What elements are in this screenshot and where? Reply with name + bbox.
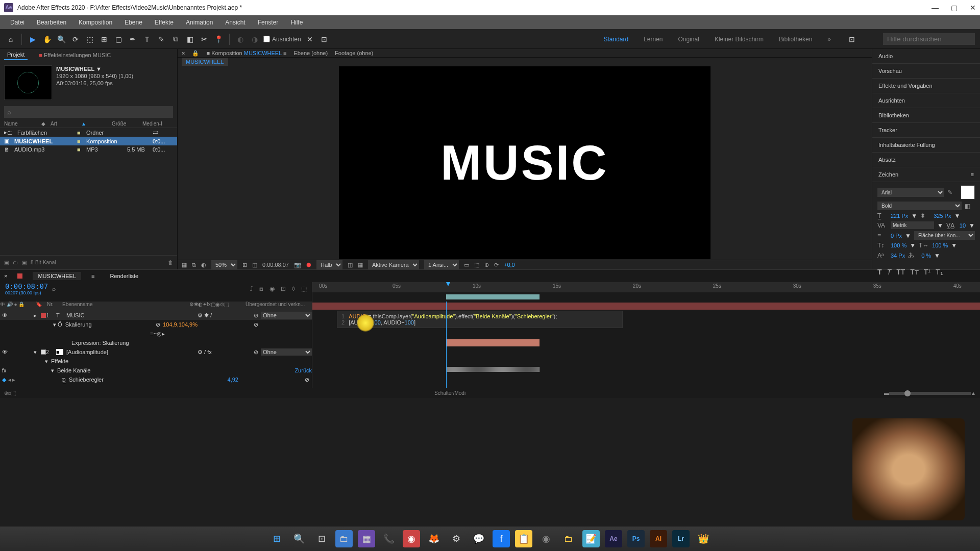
viewer-timecode[interactable]: 0:00:08:07 bbox=[262, 262, 289, 268]
workspace-bibliotheken[interactable]: Bibliotheken bbox=[779, 36, 812, 43]
viewer-grid-icon[interactable]: ⊞ bbox=[242, 262, 247, 268]
keyframe-bar[interactable] bbox=[446, 367, 540, 372]
obs-icon[interactable]: ◉ bbox=[537, 530, 555, 547]
snap-icon[interactable]: ✕ bbox=[304, 34, 315, 45]
tab-composition[interactable]: ■ Komposition MUSICWHEEL ≡ bbox=[206, 50, 286, 56]
tl-frameblend-icon[interactable]: ⧈ bbox=[259, 285, 263, 292]
prop-schieberegler[interactable]: ◆◂▸ ⊙̲ Schieberegler 4,92 ⊘ bbox=[0, 375, 312, 384]
viewer-icon-7[interactable]: ⟳ bbox=[494, 262, 499, 268]
stroke-swatch-icon[interactable]: ◧ bbox=[965, 203, 975, 210]
layer2-bar[interactable] bbox=[446, 339, 540, 346]
playhead[interactable] bbox=[446, 282, 450, 286]
panel-effekte[interactable]: Effekte und Vorgaben bbox=[872, 79, 980, 93]
font-style-dropdown[interactable]: Bold bbox=[877, 202, 962, 210]
tab-projekt[interactable]: Projekt bbox=[4, 50, 28, 60]
viewer-icon-4[interactable]: ▭ bbox=[464, 262, 469, 268]
firefox-icon[interactable]: 🦊 bbox=[425, 530, 443, 547]
app-icon-5[interactable]: 👑 bbox=[695, 530, 712, 547]
stroke-mode-dropdown[interactable]: Fläche über Kon... bbox=[914, 231, 975, 240]
tl-graph-icon[interactable]: ⊡ bbox=[281, 285, 286, 292]
facebook-icon[interactable]: f bbox=[493, 530, 510, 547]
ae-taskbar-icon[interactable]: Ae bbox=[605, 530, 622, 547]
prop-effekte[interactable]: ▾ Effekte bbox=[0, 357, 312, 366]
viewer-icon-5[interactable]: ⬚ bbox=[474, 262, 479, 268]
comp-breadcrumb[interactable]: MUSICWHEEL bbox=[178, 58, 872, 66]
menu-hilfe[interactable]: Hilfe bbox=[284, 15, 309, 30]
viewer-mask-icon[interactable]: ◫ bbox=[252, 262, 257, 268]
text-tool-icon[interactable]: T bbox=[141, 34, 153, 45]
viewer-icon-6[interactable]: ⊕ bbox=[484, 262, 489, 268]
panel-audio[interactable]: Audio bbox=[872, 49, 980, 64]
pen-tool-icon[interactable]: ✒ bbox=[127, 34, 138, 45]
col-size[interactable]: Größe bbox=[112, 121, 142, 127]
slider-value[interactable]: 4,92 bbox=[228, 377, 238, 383]
project-item-folder[interactable]: ▸ 🗀 Farbflächen ■ Ordner ⮂ bbox=[0, 128, 177, 137]
mode-icon-1[interactable]: ◐ bbox=[235, 34, 246, 45]
tl-zoom-in-icon[interactable]: ▲ bbox=[971, 390, 976, 396]
tracking-value[interactable]: 10 bbox=[960, 222, 966, 229]
schalter-modi-button[interactable]: Schalter/Modi bbox=[434, 390, 465, 396]
font-size-value[interactable]: 221 Px bbox=[891, 213, 908, 219]
workspace-more[interactable]: » bbox=[827, 36, 831, 43]
zoom-tool-icon[interactable]: 🔍 bbox=[56, 34, 67, 45]
rotate-tool-icon[interactable]: ⟳ bbox=[70, 34, 81, 45]
stroke-width-value[interactable]: 0 Px bbox=[891, 233, 902, 239]
menu-effekte[interactable]: Effekte bbox=[149, 15, 180, 30]
views-dropdown[interactable]: 1 Ansi... bbox=[424, 260, 459, 269]
expr-lang-icon[interactable]: ▸ bbox=[162, 331, 165, 337]
app-icon-3[interactable]: ⚙ bbox=[448, 530, 465, 547]
ausrichten-checkbox[interactable]: Ausrichten bbox=[263, 36, 301, 43]
kerning-value[interactable]: Metrik bbox=[891, 221, 934, 229]
menu-fenster[interactable]: Fenster bbox=[252, 15, 285, 30]
viewer-icon-2[interactable]: ⧉ bbox=[192, 262, 196, 268]
viewer-icon-1[interactable]: ▦ bbox=[182, 262, 187, 268]
layer-row-2[interactable]: 👁 ▾ 2 ■ [Audioamplitude] ⚙ / fx ⊘ Ohne bbox=[0, 347, 312, 357]
comp-tab-lock-icon[interactable]: 🔒 bbox=[192, 50, 199, 57]
vscale-value[interactable]: 100 % bbox=[891, 242, 906, 248]
ai-taskbar-icon[interactable]: Ai bbox=[650, 530, 667, 547]
composition-viewer[interactable]: MUSIC bbox=[338, 66, 711, 260]
clone-tool-icon[interactable]: ⧉ bbox=[170, 34, 181, 45]
folder-taskbar-icon[interactable]: 🗀 bbox=[560, 530, 577, 547]
scaling-value[interactable]: 104,9,104,9% bbox=[163, 321, 198, 328]
selection-tool-icon[interactable]: ▶ bbox=[27, 34, 38, 45]
tab-effekteinstellungen[interactable]: ■ Effekteinstellungen MUSIC bbox=[36, 51, 114, 60]
tl-tab-render[interactable]: Renderliste bbox=[105, 272, 143, 280]
project-item-audio[interactable]: 🗎 AUDIO.mp3 ■ MP3 5,5 MB 0:0... bbox=[0, 145, 177, 154]
panel-tracker[interactable]: Tracker bbox=[872, 123, 980, 138]
exposure-value[interactable]: +0,0 bbox=[504, 262, 515, 268]
layer1-bar[interactable] bbox=[312, 303, 980, 310]
home-icon[interactable]: ⌂ bbox=[5, 34, 16, 45]
workspace-reset-icon[interactable]: ⊡ bbox=[846, 34, 857, 45]
trash-icon[interactable]: 🗑 bbox=[168, 260, 173, 265]
workspace-original[interactable]: Original bbox=[678, 36, 699, 43]
camera-dropdown[interactable]: Aktive Kamera bbox=[368, 260, 419, 269]
col-media[interactable]: Medien-I bbox=[142, 121, 173, 127]
tl-toggle-icon-3[interactable]: ⬚ bbox=[11, 390, 16, 396]
lr-taskbar-icon[interactable]: Lr bbox=[672, 530, 690, 547]
parent-dropdown-2[interactable]: Ohne bbox=[261, 348, 312, 356]
col-name[interactable]: Name bbox=[4, 121, 41, 127]
roto-tool-icon[interactable]: ✂ bbox=[199, 34, 210, 45]
grid-icon[interactable]: ⊡ bbox=[318, 34, 330, 45]
viewer-icon-3[interactable]: ◐ bbox=[201, 262, 206, 268]
puppet-tool-icon[interactable]: 📍 bbox=[213, 34, 224, 45]
prop-skalierung[interactable]: ▾ Ŏ Skalierung ⊘ 104,9,104,9% ⊘ bbox=[0, 320, 312, 329]
brush-tool-icon[interactable]: ✎ bbox=[156, 34, 167, 45]
mode-icon-2[interactable]: ◑ bbox=[249, 34, 260, 45]
leading-value[interactable]: 325 Px bbox=[934, 213, 951, 219]
region-icon[interactable]: ◫ bbox=[348, 262, 353, 268]
project-search-input[interactable] bbox=[4, 106, 173, 118]
panel-bibliotheken[interactable]: Bibliotheken bbox=[872, 108, 980, 123]
col-art[interactable]: Art bbox=[51, 121, 81, 127]
snapshot-icon[interactable]: 📷 bbox=[294, 262, 301, 268]
menu-bearbeiten[interactable]: Bearbeiten bbox=[31, 15, 72, 30]
fill-color-swatch[interactable] bbox=[961, 185, 975, 199]
tl-3d-icon[interactable]: ⬚ bbox=[301, 285, 307, 292]
help-search-input[interactable] bbox=[883, 33, 975, 45]
eyedropper-icon[interactable]: ✎ bbox=[947, 189, 958, 196]
tl-shy-icon[interactable]: ⤴ bbox=[250, 285, 253, 292]
start-button[interactable]: ⊞ bbox=[268, 530, 285, 547]
tl-motionblur-icon[interactable]: ◉ bbox=[270, 285, 275, 292]
panel-absatz[interactable]: Absatz bbox=[872, 153, 980, 167]
